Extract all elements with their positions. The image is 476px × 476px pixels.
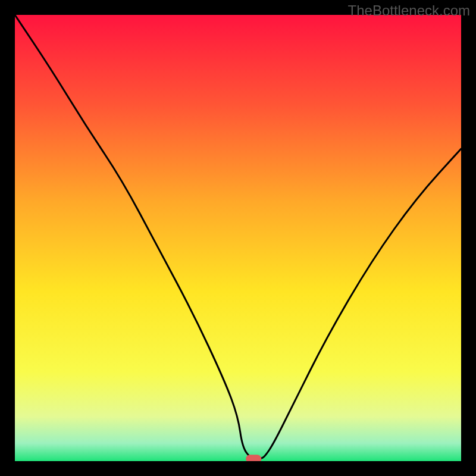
- plot-area: [15, 15, 461, 461]
- gradient-background: [15, 15, 461, 461]
- watermark-label: TheBottleneck.com: [348, 2, 470, 19]
- chart-frame: TheBottleneck.com: [0, 0, 476, 476]
- chart-svg: [15, 15, 461, 461]
- optimal-marker: [246, 455, 261, 461]
